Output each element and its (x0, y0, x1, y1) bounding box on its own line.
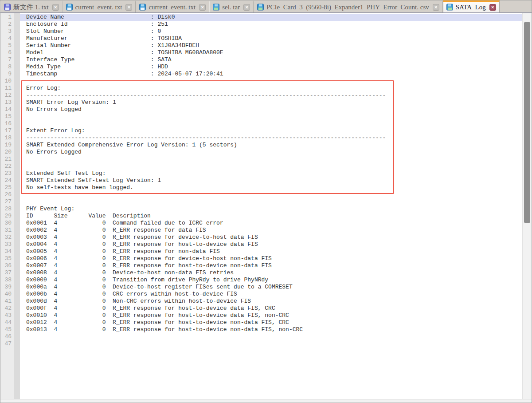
line-number: 3 (0, 28, 14, 35)
code-line: 0x0003 4 0 R_ERR response for device-to-… (26, 234, 522, 241)
line-number: 25 (0, 184, 14, 191)
floppy-disk-icon (139, 4, 146, 11)
line-number: 11 (0, 85, 14, 92)
code-line: Enclosure Id : 251 (26, 21, 522, 28)
code-line: 0x0008 4 0 Device-to-host non-data FIS r… (26, 269, 522, 277)
tab-current-event-1[interactable]: current_event. txt× (63, 0, 136, 12)
line-number: 12 (0, 92, 14, 99)
annotation-rectangle (21, 80, 394, 194)
line-number: 16 (0, 120, 14, 127)
floppy-disk-icon (257, 4, 264, 11)
close-icon[interactable]: × (489, 4, 496, 11)
tab-label: current_event. txt (75, 4, 122, 11)
code-line: Interface Type : SATA (26, 56, 522, 63)
line-number: 26 (0, 191, 14, 198)
line-number: 40 (0, 291, 14, 298)
line-number: 34 (0, 248, 14, 255)
line-number: 4 (0, 35, 14, 42)
code-line: 0x0010 4 0 R_ERR response for host-to-de… (26, 312, 522, 319)
line-number: 41 (0, 298, 14, 305)
line-number: 20 (0, 149, 14, 156)
line-number: 42 (0, 305, 14, 312)
code-line: ID Size Value Description (26, 213, 522, 220)
code-line: 0x000b 4 0 CRC errors within host-to-dev… (26, 291, 522, 298)
code-line: 0x000d 4 0 Non-CRC errors within host-to… (26, 298, 522, 305)
code-line: 0x0009 4 0 Transition from drive PhyRdy … (26, 277, 522, 284)
code-line: 0x0007 4 0 R_ERR response for host-to-de… (26, 262, 522, 269)
close-icon[interactable]: × (243, 4, 250, 11)
floppy-disk-icon (446, 4, 454, 11)
tab-bar: 新文件 1. txt×current_event. txt×current_ev… (0, 0, 532, 13)
line-number: 14 (0, 106, 14, 113)
scrollbar-thumb[interactable] (524, 22, 530, 223)
line-number: 44 (0, 319, 14, 326)
code-line: PHY Event Log: (26, 205, 522, 213)
line-number: 37 (0, 269, 14, 277)
line-number: 10 (0, 78, 14, 85)
code-line (26, 333, 522, 340)
tab-sel-tar[interactable]: sel. tar× (209, 0, 254, 12)
line-number: 1 (0, 14, 14, 21)
floppy-disk-icon (212, 4, 220, 11)
line-number: 28 (0, 205, 14, 213)
line-number: 15 (0, 113, 14, 120)
tab-current-event-2[interactable]: current_event. txt× (136, 0, 209, 12)
horizontal-scrollbar-area[interactable] (0, 399, 532, 403)
line-number: 8 (0, 63, 14, 71)
line-number: 32 (0, 234, 14, 241)
line-number: 13 (0, 99, 14, 106)
tab-label: sel. tar (222, 4, 240, 11)
line-number: 19 (0, 142, 14, 149)
close-icon[interactable]: × (199, 4, 206, 11)
line-number: 5 (0, 42, 14, 49)
line-number: 30 (0, 220, 14, 227)
code-line: 0x000a 4 0 Device-to-host register FISes… (26, 284, 522, 291)
code-area[interactable]: Device Name : Disk0Enclosure Id : 251Slo… (20, 13, 522, 399)
line-number: 7 (0, 56, 14, 63)
tab-new-file[interactable]: 新文件 1. txt× (0, 0, 63, 12)
fold-margin (14, 13, 20, 399)
code-line: Media Type : HDD (26, 63, 522, 71)
editor-area: 1234567891011121314151617181920212223242… (0, 13, 532, 399)
code-line: 0x000f 4 0 R_ERR response for host-to-de… (26, 305, 522, 312)
code-line: 0x0012 4 0 R_ERR response for host-to-de… (26, 319, 522, 326)
code-line: Device Name : Disk0 (26, 14, 522, 21)
code-line: 0x0006 4 0 R_ERR response for device-to-… (26, 255, 522, 262)
floppy-disk-icon (66, 4, 73, 11)
line-number: 21 (0, 156, 14, 163)
line-number: 2 (0, 21, 14, 28)
code-line (26, 340, 522, 348)
line-number: 33 (0, 241, 14, 248)
line-number: 18 (0, 134, 14, 142)
line-number: 38 (0, 277, 14, 284)
vertical-scrollbar[interactable] (522, 13, 532, 399)
code-line: 0x0001 4 0 Command failed due to ICRC er… (26, 220, 522, 227)
line-number: 31 (0, 227, 14, 234)
line-number: 36 (0, 262, 14, 269)
tab-label: SATA_Log (456, 4, 486, 11)
floppy-disk-icon (4, 4, 11, 11)
close-icon[interactable]: × (52, 4, 59, 11)
line-number: 27 (0, 198, 14, 205)
code-line: 0x0005 4 0 R_ERR response for non-data F… (26, 248, 522, 255)
code-line: 0x0013 4 0 R_ERR response for host-to-de… (26, 326, 522, 333)
code-line: Serial Number : X1J0A34BFDEH (26, 42, 522, 49)
line-number: 22 (0, 163, 14, 170)
code-line: Manufacturer : TOSHIBA (26, 35, 522, 42)
close-icon[interactable]: × (125, 4, 132, 11)
close-icon[interactable]: × (433, 4, 439, 11)
line-number: 43 (0, 312, 14, 319)
line-number: 24 (0, 177, 14, 184)
line-number: 39 (0, 284, 14, 291)
tab-pcie-csv[interactable]: PCIe_Card_3_(9560-8i)_Expander1_PHY_Erro… (254, 0, 443, 12)
code-line (26, 198, 522, 205)
line-number: 29 (0, 213, 14, 220)
line-number-gutter: 1234567891011121314151617181920212223242… (0, 13, 14, 399)
code-line: 0x0002 4 0 R_ERR response for data FIS (26, 227, 522, 234)
code-line: Model : TOSHIBA MG08ADA800E (26, 49, 522, 56)
tab-label: PCIe_Card_3_(9560-8i)_Expander1_PHY_Erro… (266, 4, 429, 11)
code-line: 0x0004 4 0 R_ERR response for host-to-de… (26, 241, 522, 248)
tab-label: 新文件 1. txt (13, 3, 49, 12)
code-line: Slot Number : 0 (26, 28, 522, 35)
tab-sata-log[interactable]: SATA_Log× (443, 0, 500, 12)
